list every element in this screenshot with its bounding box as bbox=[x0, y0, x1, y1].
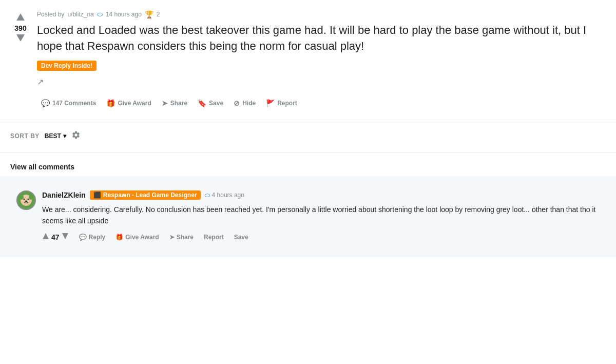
upvote-button[interactable] bbox=[16, 12, 25, 23]
comment: DanielZKlein ⬛ Respawn - Lead Game Desig… bbox=[10, 184, 606, 250]
post-username[interactable]: u/blitz_na bbox=[67, 11, 93, 18]
comment-downvote-button[interactable] bbox=[62, 233, 69, 242]
chevron-down-icon: ▾ bbox=[63, 132, 66, 140]
sort-by-label: SORT BY bbox=[10, 132, 40, 140]
comment-text: We are... considering. Carefully. No con… bbox=[42, 204, 600, 227]
svg-point-5 bbox=[20, 195, 24, 200]
give-award-label: Give Award bbox=[118, 100, 151, 107]
svg-point-2 bbox=[24, 198, 25, 200]
post-time: 14 hours ago bbox=[106, 11, 142, 18]
comment-avatar bbox=[16, 190, 36, 210]
comment-save-label: Save bbox=[234, 234, 248, 241]
report-label: Report bbox=[277, 100, 297, 107]
svg-point-8 bbox=[29, 199, 29, 199]
resize-icon: ↗ bbox=[37, 77, 606, 87]
sort-value-text: BEST bbox=[45, 132, 61, 140]
share-label: Share bbox=[170, 100, 187, 107]
post-divider bbox=[0, 120, 616, 120]
svg-point-4 bbox=[25, 200, 28, 202]
comment-share-button[interactable]: ➤ Share bbox=[165, 232, 198, 243]
post-content: Posted by u/blitz_na ⬭ 14 hours ago 🏆 2 … bbox=[37, 10, 606, 114]
comment-time: ⬭ 4 hours ago bbox=[205, 191, 244, 199]
post-actions: 💬 147 Comments 🎁 Give Award ➤ Share 🔖 Sa… bbox=[37, 92, 606, 114]
comments-icon: 💬 bbox=[41, 99, 50, 107]
comment-vote-count: 47 bbox=[51, 233, 60, 241]
chain-icon: ⬭ bbox=[97, 10, 103, 18]
comment-save-button[interactable]: Save bbox=[230, 232, 253, 243]
comment-body: DanielZKlein ⬛ Respawn - Lead Game Desig… bbox=[42, 190, 600, 243]
comment-give-award-button[interactable]: 🎁 Give Award bbox=[111, 232, 163, 243]
save-icon: 🔖 bbox=[198, 99, 206, 107]
share-icon: ➤ bbox=[162, 99, 168, 107]
sort-value-button[interactable]: BEST ▾ bbox=[45, 132, 66, 140]
svg-point-7 bbox=[25, 199, 25, 199]
comment-meta: DanielZKlein ⬛ Respawn - Lead Game Desig… bbox=[42, 190, 600, 200]
awards-count: 2 bbox=[157, 11, 160, 18]
dev-flair-icon: ⬛ bbox=[93, 191, 101, 199]
comment-report-button[interactable]: Report bbox=[200, 232, 228, 243]
posted-by-label: Posted by bbox=[37, 11, 64, 18]
dev-flair-text: Respawn - Lead Game Designer bbox=[103, 191, 197, 199]
svg-point-6 bbox=[29, 195, 33, 200]
comments-button[interactable]: 💬 147 Comments bbox=[37, 96, 100, 110]
share-button[interactable]: ➤ Share bbox=[158, 96, 191, 110]
comment-share-label: Share bbox=[177, 234, 194, 241]
comment-username[interactable]: DanielZKlein bbox=[42, 191, 86, 199]
dev-flair-badge: ⬛ Respawn - Lead Game Designer bbox=[90, 190, 201, 200]
comment-actions: 47 💬 Reply 🎁 Give Award bbox=[42, 232, 600, 243]
gear-icon[interactable] bbox=[71, 130, 81, 142]
hide-icon: ⊘ bbox=[234, 99, 240, 107]
view-all-comments-link[interactable]: View all comments bbox=[0, 158, 616, 176]
give-award-icon: 🎁 bbox=[106, 99, 115, 107]
post-meta: Posted by u/blitz_na ⬭ 14 hours ago 🏆 2 bbox=[37, 10, 606, 18]
comment-report-label: Report bbox=[204, 234, 224, 241]
report-icon: 🚩 bbox=[266, 99, 275, 107]
downvote-button[interactable] bbox=[16, 33, 25, 44]
give-award-button[interactable]: 🎁 Give Award bbox=[102, 96, 155, 110]
vote-column: 390 bbox=[10, 10, 31, 114]
awards-icon: 🏆 bbox=[145, 10, 153, 18]
hide-label: Hide bbox=[242, 100, 256, 107]
comments-label: 147 Comments bbox=[52, 100, 96, 107]
comment-give-award-icon: 🎁 bbox=[116, 234, 123, 241]
post-title: Locked and Loaded was the best takeover … bbox=[37, 23, 606, 54]
svg-point-3 bbox=[28, 198, 29, 200]
time-chain-icon: ⬭ bbox=[205, 191, 210, 199]
hide-button[interactable]: ⊘ Hide bbox=[229, 96, 260, 110]
comment-share-icon: ➤ bbox=[169, 234, 175, 241]
sort-section: SORT BY BEST ▾ bbox=[0, 125, 616, 147]
sort-divider bbox=[0, 152, 616, 152]
comment-give-award-label: Give Award bbox=[125, 234, 159, 241]
comment-upvote-button[interactable] bbox=[42, 233, 49, 242]
reply-label: Reply bbox=[89, 234, 106, 241]
avatar-image bbox=[17, 191, 35, 209]
post-container: 390 Posted by u/blitz_na ⬭ 14 hours ago … bbox=[0, 0, 616, 114]
comment-time-text: 4 hours ago bbox=[212, 191, 244, 199]
reply-icon: 💬 bbox=[79, 234, 87, 241]
comment-vote: 47 bbox=[42, 233, 69, 242]
vote-count: 390 bbox=[14, 24, 26, 32]
save-label: Save bbox=[209, 100, 223, 107]
report-button[interactable]: 🚩 Report bbox=[262, 96, 301, 110]
post-flair[interactable]: Dev Reply Inside! bbox=[37, 61, 97, 71]
comments-section: DanielZKlein ⬛ Respawn - Lead Game Desig… bbox=[0, 176, 616, 258]
comment-reply-button[interactable]: 💬 Reply bbox=[75, 232, 110, 243]
save-button[interactable]: 🔖 Save bbox=[194, 96, 227, 110]
